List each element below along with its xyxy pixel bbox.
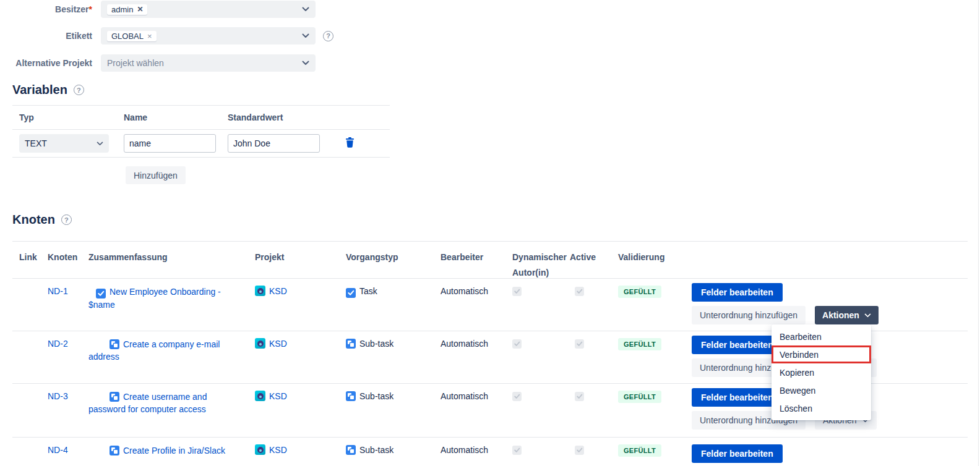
column-header-name: Name bbox=[124, 112, 228, 122]
chevron-down-icon bbox=[302, 33, 309, 38]
variable-name-cell bbox=[124, 134, 228, 153]
node-row: ND-4 Create Profile in Jira/Slack KSD Su… bbox=[12, 438, 968, 466]
node-summary-link[interactable]: New Employee Onboarding - $name bbox=[88, 287, 221, 310]
column-header-active: Active bbox=[570, 250, 618, 278]
add-variable-button[interactable]: Hinzufügen bbox=[126, 166, 186, 184]
node-link-cell bbox=[12, 444, 48, 466]
variable-default-input[interactable] bbox=[228, 134, 320, 153]
owner-form-row: Besitzer* admin ✕ bbox=[0, 1, 980, 18]
remove-tag-icon[interactable]: × bbox=[147, 32, 152, 41]
node-id-link[interactable]: ND-2 bbox=[48, 339, 68, 349]
node-summary: New Employee Onboarding - $name bbox=[88, 286, 234, 311]
edit-fields-button[interactable]: Felder bearbeiten bbox=[692, 336, 783, 354]
node-link-cell bbox=[12, 286, 48, 331]
column-header-bearbeiter: Bearbeiter bbox=[441, 250, 512, 278]
node-summary-link[interactable]: Create Profile in Jira/Slack bbox=[123, 446, 225, 455]
actions-dropdown-button[interactable]: Aktionen bbox=[815, 306, 879, 324]
column-header-projekt: Projekt bbox=[255, 250, 346, 278]
delete-variable-button[interactable] bbox=[345, 137, 355, 150]
row-actions: Felder bearbeiten Unterordnung hinzufüge… bbox=[684, 283, 968, 324]
edit-fields-button[interactable]: Felder bearbeiten bbox=[692, 388, 783, 407]
node-summary: Create Profile in Jira/Slack bbox=[88, 444, 234, 457]
node-id-link[interactable]: ND-3 bbox=[48, 391, 68, 401]
column-header-actions bbox=[684, 250, 968, 278]
node-summary: Create username and password for compute… bbox=[88, 391, 234, 415]
issuetype-label: Sub-task bbox=[359, 391, 393, 401]
alternative-project-label: Alternative Projekt bbox=[0, 58, 92, 68]
edit-fields-button[interactable]: Felder bearbeiten bbox=[692, 283, 783, 302]
node-summary: Create a company e-mail address bbox=[88, 338, 234, 363]
assignee-label: Automatisch bbox=[441, 445, 488, 455]
etikett-select[interactable]: GLOBAL × bbox=[101, 27, 316, 44]
etikett-label: Etikett bbox=[0, 31, 92, 41]
variables-table-header: Typ Name Standardwert bbox=[12, 106, 390, 130]
owner-label-text: Besitzer bbox=[55, 4, 88, 14]
remove-tag-icon[interactable]: ✕ bbox=[137, 5, 143, 14]
node-row: ND-1 New Employee Onboarding - $name KSD… bbox=[12, 279, 968, 331]
project-link[interactable]: KSD bbox=[269, 445, 287, 455]
node-summary-link[interactable]: Create username and password for compute… bbox=[88, 392, 207, 414]
node-id-link[interactable]: ND-4 bbox=[48, 445, 68, 455]
menu-item-loeschen[interactable]: Löschen bbox=[772, 399, 871, 417]
dynamic-author-checkbox bbox=[512, 339, 522, 349]
assignee-label: Automatisch bbox=[441, 339, 488, 349]
alternative-project-form-row: Alternative Projekt Projekt wählen bbox=[0, 54, 980, 72]
variable-name-input[interactable] bbox=[124, 134, 216, 153]
owner-select[interactable]: admin ✕ bbox=[101, 1, 316, 18]
task-type-icon bbox=[96, 289, 106, 299]
owner-label: Besitzer* bbox=[0, 4, 92, 14]
alternative-project-select[interactable]: Projekt wählen bbox=[101, 54, 316, 72]
chevron-down-icon bbox=[302, 7, 309, 12]
scrollbar-track-edge bbox=[978, 0, 979, 466]
menu-item-bewegen[interactable]: Bewegen bbox=[772, 381, 871, 399]
menu-item-bearbeiten[interactable]: Bearbeiten bbox=[772, 328, 871, 345]
issuetype-label: Sub-task bbox=[359, 445, 393, 455]
project-avatar-icon bbox=[255, 444, 265, 455]
column-header-typ: Typ bbox=[12, 112, 124, 122]
menu-item-verbinden[interactable]: Verbinden bbox=[772, 345, 871, 363]
active-checkbox bbox=[575, 446, 584, 455]
active-checkbox bbox=[575, 392, 584, 401]
validation-status-badge: GEFÜLLT bbox=[618, 286, 661, 298]
variable-row: TEXT bbox=[12, 130, 390, 158]
help-icon[interactable] bbox=[323, 31, 333, 41]
project-avatar-icon bbox=[255, 338, 265, 349]
node-summary-link[interactable]: Create a company e-mail address bbox=[88, 339, 220, 362]
validation-status-badge: GEFÜLLT bbox=[618, 338, 661, 350]
nodes-table-header: Link Knoten Zusammenfassung Projekt Vorg… bbox=[12, 242, 968, 279]
trash-icon bbox=[345, 137, 355, 150]
subtask-type-icon bbox=[346, 339, 356, 349]
help-icon[interactable] bbox=[61, 214, 72, 225]
variable-type-select[interactable]: TEXT bbox=[19, 134, 109, 153]
owner-tag: admin ✕ bbox=[107, 4, 147, 15]
task-type-icon bbox=[346, 288, 356, 298]
workflow-settings-form: Besitzer* admin ✕ Etikett GLOBAL × bbox=[0, 0, 980, 72]
add-child-button[interactable]: Unterordnung hinzufügen bbox=[692, 306, 806, 324]
column-header-vorgangstyp: Vorgangstyp bbox=[346, 250, 441, 278]
dynamic-author-checkbox bbox=[512, 287, 522, 296]
actions-button-label: Aktionen bbox=[822, 310, 859, 320]
subtask-type-icon bbox=[110, 392, 119, 402]
nodes-title-row: Knoten bbox=[12, 213, 980, 227]
issuetype-label: Sub-task bbox=[359, 339, 393, 349]
variable-type-value: TEXT bbox=[25, 138, 47, 148]
edit-fields-button[interactable]: Felder bearbeiten bbox=[692, 444, 783, 463]
dynamic-author-checkbox bbox=[512, 446, 522, 455]
variable-type-cell: TEXT bbox=[12, 134, 124, 153]
help-icon[interactable] bbox=[74, 85, 84, 95]
workflow-editor-page: Besitzer* admin ✕ Etikett GLOBAL × bbox=[0, 0, 980, 466]
variable-default-cell bbox=[228, 134, 332, 153]
column-header-knoten: Knoten bbox=[48, 250, 88, 278]
nodes-title: Knoten bbox=[12, 213, 55, 227]
node-link-cell bbox=[12, 338, 48, 383]
issuetype-label: Task bbox=[359, 286, 377, 296]
dynamic-author-checkbox bbox=[512, 392, 522, 401]
variables-section: Variablen Typ Name Standardwert TEXT bbox=[12, 83, 390, 184]
node-id-link[interactable]: ND-1 bbox=[48, 286, 68, 296]
validation-status-badge: GEFÜLLT bbox=[618, 391, 661, 403]
row-actions: Felder bearbeiten Unterordnung hinzufüge… bbox=[684, 442, 968, 466]
project-link[interactable]: KSD bbox=[269, 339, 287, 349]
project-link[interactable]: KSD bbox=[269, 391, 287, 401]
project-link[interactable]: KSD bbox=[269, 286, 287, 296]
menu-item-kopieren[interactable]: Kopieren bbox=[772, 363, 871, 381]
